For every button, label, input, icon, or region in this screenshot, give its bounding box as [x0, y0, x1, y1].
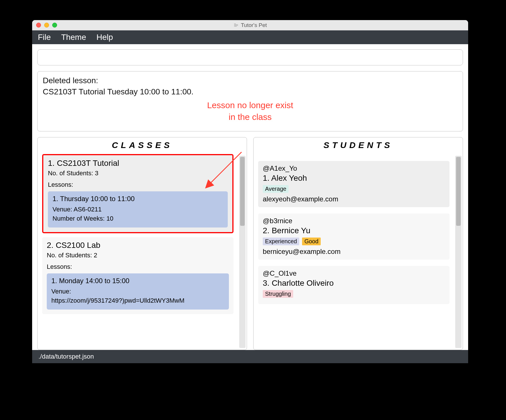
- result-line-2: CS2103T Tutorial Tuesday 10:00 to 11:00.: [43, 86, 458, 97]
- lesson-venue: Venue: AS6-0211: [52, 206, 223, 213]
- lesson-weeks: Number of Weeks: 10: [52, 215, 223, 222]
- maximize-icon[interactable]: [52, 23, 57, 28]
- command-input[interactable]: [38, 50, 463, 65]
- titlebar: Tutor's Pet: [32, 20, 468, 30]
- student-name: 2. Bernice Yu: [263, 226, 445, 235]
- tag: Average: [263, 185, 289, 193]
- menubar: File Theme Help: [32, 30, 468, 44]
- students-body[interactable]: @A1ex_Yo 1. Alex Yeoh Average alexyeoh@e…: [254, 154, 463, 350]
- student-handle: @b3rnice: [263, 217, 445, 225]
- app-window: Tutor's Pet File Theme Help Deleted less…: [32, 20, 468, 363]
- student-handle: @C_Ol1ve: [263, 269, 445, 277]
- statusbar: ./data/tutorspet.json: [32, 350, 468, 363]
- student-handle: @A1ex_Yo: [263, 164, 445, 172]
- lesson-venue: Venue:: [51, 288, 224, 295]
- traffic-lights: [36, 23, 57, 28]
- student-tags: Struggling: [263, 290, 445, 298]
- menu-file[interactable]: File: [38, 33, 51, 42]
- scrollbar-thumb[interactable]: [456, 157, 461, 226]
- tag: Experienced: [263, 238, 299, 245]
- classes-body[interactable]: 1. CS2103T Tutorial No. of Students: 3 L…: [38, 154, 247, 350]
- annotation-text: Lesson no longer exist in the class: [207, 100, 293, 123]
- student-card[interactable]: @b3rnice 2. Bernice Yu Experienced Good …: [258, 213, 449, 260]
- student-tags: Average: [263, 185, 445, 193]
- student-card[interactable]: @A1ex_Yo 1. Alex Yeoh Average alexyeoh@e…: [258, 161, 449, 207]
- class-students: No. of Students: 2: [47, 252, 229, 259]
- class-title: 2. CS2100 Lab: [47, 241, 229, 250]
- lessons-label: Lessons:: [47, 263, 229, 271]
- close-icon[interactable]: [36, 23, 41, 28]
- window-title: Tutor's Pet: [32, 22, 468, 28]
- tag: Struggling: [263, 290, 293, 298]
- student-email: berniceyu@example.com: [263, 248, 445, 256]
- students-panel: STUDENTS @A1ex_Yo 1. Alex Yeoh Average a…: [253, 137, 463, 350]
- classes-header: CLASSES: [38, 137, 247, 154]
- student-tags: Experienced Good: [263, 238, 445, 245]
- lesson-card: 1. Monday 14:00 to 15:00 Venue: https://…: [47, 273, 229, 310]
- panels: CLASSES 1. CS2103T Tutorial No. of Stude…: [37, 137, 463, 350]
- tag: Good: [302, 238, 321, 245]
- result-box: Deleted lesson: CS2103T Tutorial Tuesday…: [37, 71, 463, 131]
- command-box[interactable]: [37, 49, 463, 65]
- app-icon: [233, 23, 239, 28]
- student-name: 1. Alex Yeoh: [263, 174, 445, 183]
- result-line-1: Deleted lesson:: [43, 75, 458, 86]
- student-card[interactable]: @C_Ol1ve 3. Charlotte Oliveiro Strugglin…: [258, 266, 449, 304]
- lesson-link: https://zoom/j/95317249?)pwd=Ulld2tWY3Mw…: [51, 297, 224, 304]
- class-card[interactable]: 1. CS2103T Tutorial No. of Students: 3 L…: [42, 154, 233, 233]
- class-card[interactable]: 2. CS2100 Lab No. of Students: 2 Lessons…: [42, 237, 233, 314]
- student-email: alexyeoh@example.com: [263, 195, 445, 203]
- content-area: Deleted lesson: CS2103T Tutorial Tuesday…: [32, 44, 468, 350]
- menu-help[interactable]: Help: [96, 33, 113, 42]
- scrollbar[interactable]: [455, 156, 462, 348]
- lessons-label: Lessons:: [48, 181, 228, 188]
- scrollbar-thumb[interactable]: [240, 157, 245, 226]
- classes-panel: CLASSES 1. CS2103T Tutorial No. of Stude…: [37, 137, 247, 350]
- students-header: STUDENTS: [254, 137, 463, 154]
- lesson-card: 1. Thursday 10:00 to 11:00 Venue: AS6-02…: [48, 191, 228, 228]
- student-name: 3. Charlotte Oliveiro: [263, 279, 445, 288]
- class-students: No. of Students: 3: [48, 170, 228, 177]
- lesson-time: 1. Thursday 10:00 to 11:00: [52, 195, 223, 203]
- lesson-time: 1. Monday 14:00 to 15:00: [51, 277, 224, 285]
- scrollbar[interactable]: [239, 156, 246, 348]
- minimize-icon[interactable]: [44, 23, 49, 28]
- status-path: ./data/tutorspet.json: [38, 353, 94, 360]
- menu-theme[interactable]: Theme: [61, 33, 86, 42]
- class-title: 1. CS2103T Tutorial: [48, 159, 228, 168]
